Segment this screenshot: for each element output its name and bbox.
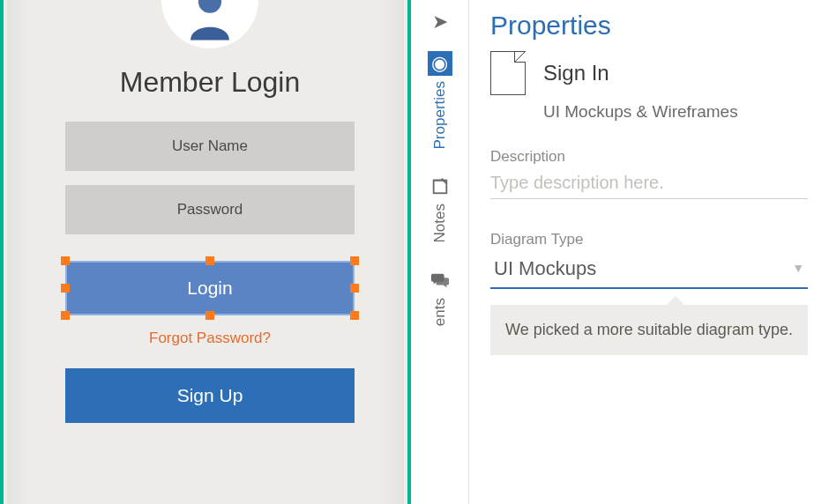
avatar-icon [161, 0, 258, 48]
tooltip-text: We picked a more suitable diagram type. [505, 321, 793, 338]
document-subtitle: UI Mockups & Wireframes [543, 102, 808, 122]
panel-title: Properties [490, 11, 808, 41]
paper-shadow-left [7, 0, 32, 504]
resize-handle-ml[interactable] [61, 284, 70, 293]
arrow-right-icon: ➤ [432, 11, 448, 33]
tab-comments[interactable]: ents [411, 256, 468, 338]
diagram-type-select[interactable]: UI Mockups ▼ [490, 252, 808, 289]
diagram-type-group: Diagram Type UI Mockups ▼ We picked a mo… [490, 231, 808, 355]
login-title: Member Login [65, 66, 355, 99]
properties-icon: ◉ [428, 51, 452, 76]
signup-button-label: Sign Up [177, 385, 243, 406]
diagram-type-label: Diagram Type [490, 231, 808, 248]
description-label: Description [490, 148, 808, 166]
design-canvas[interactable]: Member Login User Name Password A ⚭ Logi… [0, 0, 411, 504]
signup-button[interactable]: Sign Up [65, 368, 355, 423]
chevron-down-icon: ▼ [792, 261, 804, 275]
forgot-password-link[interactable]: Forgot Password? [65, 330, 355, 347]
resize-handle-tm[interactable] [205, 256, 214, 265]
document-header: Sign In [490, 51, 808, 95]
tab-comments-label: ents [431, 298, 449, 326]
username-placeholder: User Name [172, 137, 248, 155]
resize-handle-br[interactable] [350, 311, 359, 320]
password-field[interactable]: Password [65, 185, 355, 234]
paper-shadow-right [379, 0, 404, 504]
diagram-type-value: UI Mockups [490, 252, 808, 289]
tab-notes-label: Notes [431, 204, 449, 242]
resize-handle-tl[interactable] [61, 256, 70, 265]
collapse-panel-button[interactable]: ➤ [411, 5, 468, 39]
username-field[interactable]: User Name [65, 122, 355, 171]
notes-icon [428, 174, 452, 198]
forgot-password-label: Forgot Password? [149, 330, 271, 346]
comments-icon [428, 268, 452, 293]
resize-handle-tr[interactable] [350, 256, 359, 265]
resize-handle-bl[interactable] [61, 311, 70, 320]
document-icon [490, 51, 526, 95]
resize-handle-bm[interactable] [205, 311, 214, 320]
login-button-label: Login [187, 278, 232, 299]
vertical-tabs: ➤ ◉ Properties Notes ents [411, 0, 469, 504]
resize-handle-mr[interactable] [350, 284, 359, 293]
diagram-type-tooltip: We picked a more suitable diagram type. [490, 305, 808, 355]
login-button[interactable]: Login [65, 261, 355, 315]
description-input[interactable] [490, 169, 808, 199]
login-card: Member Login User Name Password A ⚭ Logi… [65, 0, 355, 423]
tab-properties[interactable]: ◉ Properties [411, 39, 468, 161]
login-button-selection[interactable]: Login [65, 261, 355, 315]
properties-panel: Properties Sign In UI Mockups & Wirefram… [469, 0, 829, 504]
svg-point-0 [198, 0, 221, 13]
document-name[interactable]: Sign In [543, 61, 609, 85]
tab-notes[interactable]: Notes [411, 161, 468, 255]
description-group: Description [490, 148, 808, 199]
password-placeholder: Password [177, 201, 243, 219]
tab-properties-label: Properties [431, 81, 449, 149]
